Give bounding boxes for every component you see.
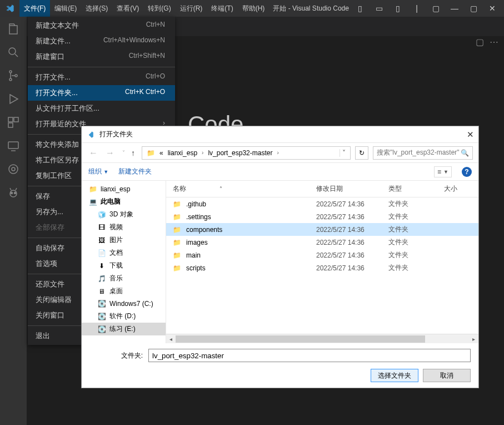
file-menu-item[interactable]: 打开文件夹...Ctrl+K Ctrl+O — [28, 85, 175, 101]
scrollbar-track[interactable] — [176, 334, 469, 343]
file-menu-item[interactable]: 新建文件...Ctrl+Alt+Windows+N — [28, 33, 175, 49]
run-debug-icon[interactable] — [7, 92, 20, 106]
search-input[interactable]: 搜索"lv_port_esp32-master" 🔍 — [373, 146, 473, 160]
file-row[interactable]: 📁.github2022/5/27 14:36文件夹 — [166, 197, 478, 210]
refresh-icon[interactable]: ↻ — [355, 146, 368, 160]
file-menu-item[interactable]: 打开文件...Ctrl+O — [28, 70, 175, 85]
live-share-icon[interactable] — [7, 162, 20, 176]
close-icon[interactable]: ✕ — [485, 4, 500, 13]
drive-icon: 💽 — [97, 299, 106, 308]
svg-rect-6 — [8, 123, 13, 127]
source-control-icon[interactable] — [7, 69, 20, 82]
scrollbar-thumb[interactable] — [176, 335, 425, 343]
file-row[interactable]: 📁components2022/5/27 14:36文件夹 — [166, 223, 478, 236]
menu-view[interactable]: 查看(V) — [112, 0, 143, 17]
more-icon[interactable]: ⋯ — [490, 37, 498, 47]
breadcrumb-dropdown-icon[interactable]: ˅ — [340, 149, 348, 157]
help-icon[interactable]: ? — [462, 167, 472, 177]
breadcrumb-item[interactable]: lianxi_esp — [166, 149, 199, 157]
file-row[interactable]: 📁.settings2022/5/27 14:36文件夹 — [166, 210, 478, 223]
open-folder-dialog: 打开文件夹 ✕ ← → ˅ ↑ 📁 « lianxi_esp › lv_port… — [81, 126, 479, 388]
music-icon: 🎵 — [97, 274, 106, 283]
forward-icon[interactable]: → — [104, 148, 116, 158]
file-row[interactable]: 📁images2022/5/27 14:36文件夹 — [166, 236, 478, 249]
platformio-icon[interactable] — [7, 186, 20, 199]
new-folder-button[interactable]: 新建文件夹 — [118, 167, 152, 176]
file-menu-item[interactable]: 从文件打开工作区... — [28, 101, 175, 116]
file-list-header[interactable]: 名称˄ 修改日期 类型 大小 — [166, 181, 478, 197]
tree-item[interactable]: ⬇下载 — [82, 259, 166, 272]
window-title: 开始 - Visual Studio Code — [269, 4, 353, 13]
breadcrumb[interactable]: 📁 « lianxi_esp › lv_port_esp32-master › … — [142, 146, 351, 160]
layout-icon[interactable]: ▢ — [428, 4, 443, 13]
menu-edit[interactable]: 编辑(E) — [50, 0, 81, 17]
svg-point-0 — [9, 48, 16, 55]
extensions-icon[interactable] — [7, 116, 20, 129]
file-menu-item[interactable]: 新建文本文件Ctrl+N — [28, 18, 175, 33]
dialog-bottom: 文件夹: 选择文件夹 取消 — [82, 343, 478, 388]
select-folder-button[interactable]: 选择文件夹 — [371, 369, 418, 382]
folder-icon: 📁 — [173, 213, 183, 221]
file-row[interactable]: 📁main2022/5/27 14:36文件夹 — [166, 249, 478, 261]
svg-point-10 — [11, 192, 13, 194]
recent-dropdown-icon[interactable]: ˅ — [121, 150, 127, 156]
tree-item[interactable]: 📁lianxi_esp — [82, 183, 166, 195]
menu-terminal[interactable]: 终端(T) — [207, 0, 237, 17]
layout-icon[interactable]: ▭ — [372, 4, 386, 13]
menu-run[interactable]: 运行(R) — [176, 0, 207, 17]
file-row[interactable]: 📁scripts2022/5/27 14:36文件夹 — [166, 261, 478, 274]
horizontal-scrollbar[interactable]: ◂ ▸ — [166, 334, 478, 343]
dialog-nav: ← → ˅ ↑ 📁 « lianxi_esp › lv_port_esp32-m… — [82, 143, 478, 163]
tree-item[interactable]: 🖼图片 — [82, 234, 166, 246]
drive-icon: 💽 — [97, 325, 106, 334]
split-editor-icon[interactable]: ▢ — [476, 37, 484, 47]
tree-item[interactable]: 💽Windows7 (C:) — [82, 298, 166, 310]
tree-item[interactable]: 💽软件 (D:) — [82, 310, 166, 323]
back-icon[interactable]: ← — [87, 148, 99, 158]
layout-icon[interactable]: ▯ — [391, 4, 405, 13]
breadcrumb-overflow[interactable]: « — [157, 149, 166, 157]
minimize-icon[interactable]: — — [447, 4, 462, 13]
desktop-icon: 🖥 — [97, 287, 106, 296]
menubar: 文件(F) 编辑(E) 选择(S) 查看(V) 转到(G) 运行(R) 终端(T… — [19, 0, 269, 17]
svg-point-1 — [9, 71, 12, 73]
tree-item[interactable]: 💽练习 (E:) — [82, 323, 166, 335]
tree-item[interactable]: 📄文档 — [82, 246, 166, 259]
foldername-label: 文件夹: — [82, 351, 148, 360]
scroll-right-icon[interactable]: ▸ — [469, 336, 478, 342]
menu-file[interactable]: 文件(F) — [19, 0, 50, 17]
scroll-left-icon[interactable]: ◂ — [166, 336, 176, 342]
vscode-icon — [86, 131, 96, 139]
foldername-input[interactable] — [148, 349, 471, 362]
up-icon[interactable]: ↑ — [131, 149, 135, 157]
menu-select[interactable]: 选择(S) — [81, 0, 112, 17]
folder-icon: 📁 — [88, 185, 97, 194]
explorer-icon[interactable] — [7, 22, 20, 36]
organize-menu[interactable]: 组织 ▼ — [88, 167, 108, 176]
view-options[interactable]: ≡ ▼ — [434, 166, 452, 177]
tree-item[interactable]: 🧊3D 对象 — [82, 208, 166, 221]
tree-item[interactable]: 🎞视频 — [82, 221, 166, 234]
cancel-button[interactable]: 取消 — [423, 369, 471, 382]
close-icon[interactable]: ✕ — [457, 130, 474, 140]
remote-icon[interactable] — [7, 139, 20, 152]
svg-point-8 — [12, 167, 15, 171]
svg-rect-4 — [8, 117, 13, 122]
folder-icon: 📁 — [173, 251, 183, 259]
window-controls: ▯ ▭ ▯ | ▢ — ▢ ✕ — [353, 4, 504, 13]
menu-help[interactable]: 帮助(H) — [238, 0, 270, 17]
maximize-icon[interactable]: ▢ — [466, 4, 481, 13]
video-icon: 🎞 — [97, 223, 106, 232]
layout-sep: | — [410, 4, 424, 13]
tree-item[interactable]: 💻此电脑 — [82, 195, 166, 208]
file-menu-item[interactable]: 新建窗口Ctrl+Shift+N — [28, 49, 175, 65]
breadcrumb-item[interactable]: lv_port_esp32-master — [206, 149, 275, 157]
drive-icon: 💽 — [97, 312, 106, 321]
folder-icon: 📁 — [173, 226, 183, 234]
search-icon[interactable] — [7, 46, 20, 59]
file-list: 名称˄ 修改日期 类型 大小 📁.github2022/5/27 14:36文件… — [166, 181, 478, 343]
menu-go[interactable]: 转到(G) — [143, 0, 175, 17]
tree-item[interactable]: 🎵音乐 — [82, 272, 166, 285]
tree-item[interactable]: 🖥桌面 — [82, 285, 166, 298]
layout-icon[interactable]: ▯ — [353, 4, 367, 13]
